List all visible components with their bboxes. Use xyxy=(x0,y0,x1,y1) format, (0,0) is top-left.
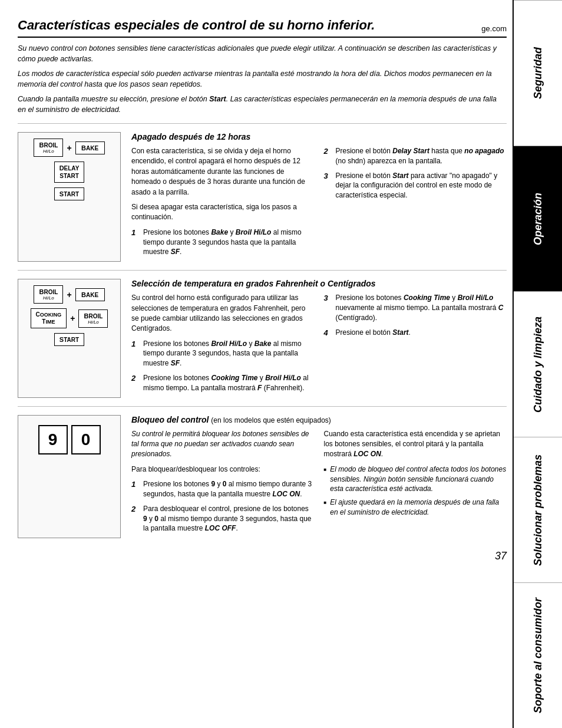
temperatura-steps-left: Su control del horno está configurado pa… xyxy=(131,293,315,398)
section-temperatura-content: Selección de temperatura en grados Fahre… xyxy=(131,279,507,398)
cooking-time-button: COOKINGTIME xyxy=(31,308,67,328)
step-num-1: 1 xyxy=(131,228,140,257)
broil-button-3: BROIL Hi/Lo xyxy=(78,309,108,328)
broil-label: BROIL xyxy=(39,141,58,149)
section-apagado: BROIL Hi/Lo + BAKE DELAYSTART START Apag… xyxy=(18,123,507,262)
diagram-temp-row-3: START xyxy=(54,333,84,346)
temp-step-num-2: 2 xyxy=(131,373,140,393)
diagram-bloqueo: 9 0 xyxy=(18,415,121,539)
num-9-box: 9 xyxy=(38,425,68,454)
section-apagado-content: Apagado después de 12 horas Con esta car… xyxy=(131,132,507,262)
bloqueo-steps-right: Cuando esta característica está encendid… xyxy=(324,429,507,539)
bloqueo-text-1: Su control le permitirá bloquear los bot… xyxy=(131,429,315,460)
apagado-steps-right: 2 Presione el botón Delay Start hasta qu… xyxy=(324,146,507,262)
temperatura-step-4-text: Presione el botón Start. xyxy=(336,328,411,338)
step-num-2: 2 xyxy=(324,146,332,166)
bloqueo-bullet-1: El modo de bloqueo del control afecta to… xyxy=(324,465,507,494)
diagram-apagado: BROIL Hi/Lo + BAKE DELAYSTART START xyxy=(18,132,121,262)
sidebar-solucionar: Solucionar problemas xyxy=(514,437,562,582)
section-bloqueo-content: Bloqueo del control (en los modelos que … xyxy=(131,415,507,539)
apagado-steps-left: Con esta característica, si se olvida y … xyxy=(131,146,315,262)
bloqueo-text-2: Para bloquear/desbloquear los controles: xyxy=(131,465,315,475)
bloqueo-step-num-1: 1 xyxy=(131,479,140,499)
sidebar-seguridad: Seguridad xyxy=(514,0,562,146)
broil-button-1: BROIL Hi/Lo xyxy=(34,139,63,157)
apagado-step-3-text: Presione el botón Start para activar "no… xyxy=(336,171,507,200)
diagram-row-2: DELAYSTART xyxy=(54,162,85,183)
diagram-row-3: START xyxy=(54,187,84,200)
sidebar-cuidado: Cuidado y limpieza xyxy=(514,291,562,437)
sidebar: Seguridad Operación Cuidado y limpieza S… xyxy=(513,0,562,728)
temperatura-step-3: 3 Presione los botones Cooking Time y Br… xyxy=(324,293,507,322)
main-content: Características especiales de control de… xyxy=(0,0,513,728)
apagado-step-1-text: Presione los botones Bake y Broil Hi/Lo … xyxy=(143,228,315,257)
step-num-3: 3 xyxy=(324,171,332,200)
bloqueo-steps-container: Su control le permitirá bloquear los bot… xyxy=(131,429,507,539)
apagado-step-3: 3 Presione el botón Start para activar "… xyxy=(324,171,507,200)
bloqueo-step-1-text: Presione los botones 9 y 0 al mismo tiem… xyxy=(143,479,315,499)
intro-text-2: Los modos de característica especial sól… xyxy=(18,69,507,90)
bake-button-2: BAKE xyxy=(75,288,105,301)
plus-icon-3: + xyxy=(70,314,75,323)
broil-sub-3: Hi/Lo xyxy=(84,319,103,325)
start-button-1: START xyxy=(54,187,84,200)
intro-text-1: Su nuevo control con botones sensibles t… xyxy=(18,44,507,64)
apagado-text-1: Con esta característica, si se olvida y … xyxy=(131,146,315,197)
temperatura-step-1-text: Presione los botones Broil Hi/Lo y Bake … xyxy=(143,339,315,368)
page-title: Características especiales de control de… xyxy=(18,18,375,33)
section-bloqueo-title: Bloqueo del control (en los modelos que … xyxy=(131,415,507,424)
temperatura-step-2: 2 Presione los botones Cooking Time y Br… xyxy=(131,373,315,393)
bloqueo-step-1: 1 Presione los botones 9 y 0 al mismo ti… xyxy=(131,479,315,499)
sidebar-soporte: Soporte al consumidor xyxy=(514,582,562,728)
bloqueo-bullets: El modo de bloqueo del control afecta to… xyxy=(324,465,507,518)
temperatura-steps-right: 3 Presione los botones Cooking Time y Br… xyxy=(324,293,507,398)
diagram-temp-row-1: BROIL Hi/Lo + BAKE xyxy=(34,285,104,304)
ge-com-label: ge.com xyxy=(481,24,507,33)
num-0-box: 0 xyxy=(71,425,101,454)
temperatura-step-4: 4 Presione el botón Start. xyxy=(324,328,507,338)
broil-button-2: BROIL Hi/Lo xyxy=(34,285,63,304)
bloqueo-steps-left: Su control le permitirá bloquear los bot… xyxy=(131,429,315,539)
temp-step-num-3: 3 xyxy=(324,293,332,322)
temp-step-num-1: 1 xyxy=(131,339,140,368)
apagado-text-2: Si desea apagar esta característica, sig… xyxy=(131,202,315,223)
section-temperatura-title: Selección de temperatura en grados Fahre… xyxy=(131,279,507,288)
broil-sub: Hi/Lo xyxy=(39,149,58,154)
bake-button-1: BAKE xyxy=(75,141,105,154)
intro-text-3: Cuando la pantalla muestre su elección, … xyxy=(18,94,507,115)
section-temperatura: BROIL Hi/Lo + BAKE COOKINGTIME + BROIL H… xyxy=(18,270,507,398)
bloqueo-text-3: Cuando esta característica está encendid… xyxy=(324,429,507,460)
temperatura-step-2-text: Presione los botones Cooking Time y Broi… xyxy=(143,373,315,393)
apagado-step-2: 2 Presione el botón Delay Start hasta qu… xyxy=(324,146,507,166)
bloqueo-step-2: 2 Para desbloquear el control, presione … xyxy=(131,504,315,533)
apagado-step-2-text: Presione el botón Delay Start hasta que … xyxy=(336,146,507,166)
diagram-temp-row-2: COOKINGTIME + BROIL Hi/Lo xyxy=(31,308,108,328)
page-number: 37 xyxy=(18,550,507,562)
sidebar-operacion: Operación xyxy=(514,146,562,291)
bloqueo-step-2-text: Para desbloquear el control, presione de… xyxy=(143,504,315,533)
apagado-steps-container: Con esta característica, si se olvida y … xyxy=(131,146,507,262)
plus-icon-2: + xyxy=(67,290,71,299)
temperatura-step-1: 1 Presione los botones Broil Hi/Lo y Bak… xyxy=(131,339,315,368)
temperatura-step-3-text: Presione los botones Cooking Time y Broi… xyxy=(336,293,507,322)
start-button-2: START xyxy=(54,333,84,346)
bloqueo-bullet-2: El ajuste quedará en la memoria después … xyxy=(324,498,507,518)
bloqueo-subtitle: (en los modelos que estén equipados) xyxy=(211,416,330,424)
plus-icon-1: + xyxy=(67,143,71,153)
apagado-step-1: 1 Presione los botones Bake y Broil Hi/L… xyxy=(131,228,315,257)
diagram-row-1: BROIL Hi/Lo + BAKE xyxy=(34,139,104,157)
temperatura-steps-container: Su control del horno está configurado pa… xyxy=(131,293,507,398)
num-display: 9 0 xyxy=(38,425,101,454)
section-apagado-title: Apagado después de 12 horas xyxy=(131,132,507,141)
delay-start-button: DELAYSTART xyxy=(54,162,85,183)
page-header: Características especiales de control de… xyxy=(18,18,507,38)
bloqueo-step-num-2: 2 xyxy=(131,504,140,533)
temperatura-text-1: Su control del horno está configurado pa… xyxy=(131,293,315,334)
diagram-temperatura: BROIL Hi/Lo + BAKE COOKINGTIME + BROIL H… xyxy=(18,279,121,398)
temp-step-num-4: 4 xyxy=(324,328,332,338)
broil-sub-2: Hi/Lo xyxy=(39,295,58,301)
section-bloqueo: 9 0 Bloqueo del control (en los modelos … xyxy=(18,406,507,539)
